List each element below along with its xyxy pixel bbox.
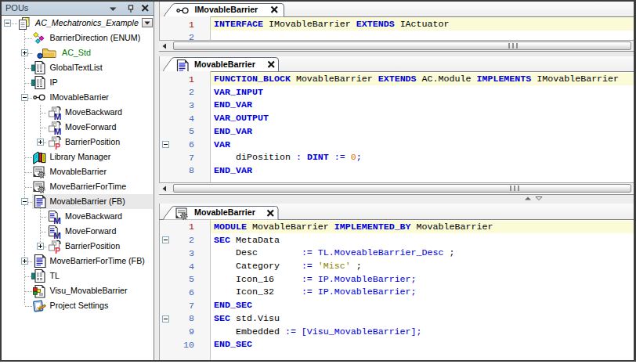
svg-text:M: M bbox=[53, 231, 61, 240]
svg-text:M: M bbox=[53, 112, 61, 121]
svg-text:P: P bbox=[55, 141, 60, 150]
svg-text:M: M bbox=[53, 127, 61, 135]
svg-text:M: M bbox=[53, 216, 61, 225]
svg-text:P: P bbox=[55, 245, 60, 254]
